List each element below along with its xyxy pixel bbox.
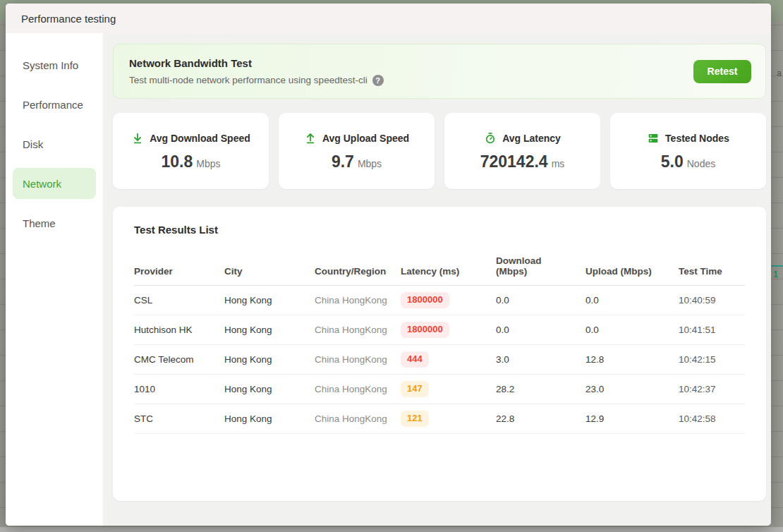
sidebar-item-label: System Info: [23, 59, 78, 71]
sidebar-item-disk[interactable]: Disk: [13, 128, 96, 159]
column-header: Latency (ms): [401, 251, 496, 286]
stat-unit: Mbps: [196, 158, 220, 169]
help-icon[interactable]: ?: [372, 75, 384, 86]
cell-upload: 0.0: [585, 286, 679, 315]
test-results-title: Test Results List: [134, 224, 745, 236]
cell-download: 0.0: [496, 315, 585, 345]
stat-label: Avg Latency: [502, 133, 561, 144]
banner-subtitle-text: Test multi-node network performance usin…: [129, 75, 368, 85]
table-row: CMC Telecom Hong Kong China HongKong 444…: [134, 345, 745, 375]
dialog-header: Performance testing: [6, 4, 771, 33]
stats-row: Avg Download Speed 10.8Mbps Avg Upload S…: [113, 113, 766, 189]
cell-download: 3.0: [496, 345, 585, 375]
sidebar-item-label: Network: [23, 178, 61, 190]
stat-card: Avg Download Speed 10.8Mbps: [113, 113, 269, 189]
cell-download: 0.0: [496, 286, 585, 315]
table-row: Hutchison HK Hong Kong China HongKong 18…: [134, 315, 745, 345]
retest-button[interactable]: Retest: [693, 60, 751, 83]
cell-country: China HongKong: [315, 345, 401, 375]
sidebar-item-label: Performance: [23, 99, 83, 111]
cell-latency: 121: [401, 404, 496, 434]
cell-city: Hong Kong: [224, 286, 315, 315]
cell-test-time: 10:42:37: [679, 375, 745, 404]
stat-card: Avg Latency 720142.4ms: [444, 113, 600, 189]
bandwidth-test-banner: Network Bandwidth Test Test multi-node n…: [113, 44, 766, 99]
performance-testing-dialog: Performance testing System Info Performa…: [6, 4, 771, 526]
cell-upload: 23.0: [585, 375, 679, 404]
latency-badge: 1800000: [401, 292, 449, 308]
column-header: Download (Mbps): [496, 251, 585, 286]
main-content: Network Bandwidth Test Test multi-node n…: [103, 33, 771, 526]
stat-card: Avg Upload Speed 9.7Mbps: [279, 113, 435, 189]
sidebar-item-network[interactable]: Network: [13, 168, 96, 199]
stat-unit: Mbps: [358, 158, 382, 169]
cell-city: Hong Kong: [224, 404, 315, 434]
sidebar-item-label: Disk: [23, 138, 43, 150]
sidebar-item-label: Theme: [23, 217, 56, 229]
cell-latency: 147: [401, 375, 496, 404]
cell-country: China HongKong: [315, 375, 401, 404]
dialog-title: Performance testing: [21, 13, 116, 25]
stat-card: Tested Nodes 5.0Nodes: [610, 113, 766, 189]
cell-test-time: 10:42:15: [679, 345, 745, 375]
cell-provider: Hutchison HK: [134, 315, 224, 345]
latency-badge: 1800000: [401, 322, 449, 337]
cell-provider: CSL: [134, 286, 224, 315]
cell-provider: CMC Telecom: [134, 345, 224, 375]
cell-upload: 0.0: [585, 315, 679, 345]
banner-text: Network Bandwidth Test Test multi-node n…: [129, 57, 384, 86]
cell-download: 22.8: [496, 404, 585, 434]
sidebar-item-performance[interactable]: Performance: [13, 89, 96, 120]
cell-test-time: 10:40:59: [679, 286, 745, 315]
sidebar-item-system-info[interactable]: System Info: [13, 49, 96, 80]
table-row: 1010 Hong Kong China HongKong 147 28.2 2…: [134, 375, 745, 404]
background-text-fragment: 1: [773, 270, 778, 279]
cell-city: Hong Kong: [224, 315, 315, 345]
background-text-fragment: a: [777, 69, 782, 78]
background-selection-line: [771, 265, 783, 267]
stat-value: 9.7: [332, 152, 354, 171]
cell-latency: 1800000: [401, 315, 496, 345]
column-header: Provider: [134, 251, 224, 286]
cell-upload: 12.8: [585, 345, 679, 375]
sidebar-item-theme[interactable]: Theme: [13, 207, 96, 238]
cell-country: China HongKong: [315, 286, 401, 315]
cell-provider: 1010: [134, 375, 224, 404]
results-table: ProviderCityCountry/RegionLatency (ms)Do…: [134, 251, 745, 434]
cell-city: Hong Kong: [224, 345, 315, 375]
dialog-body: System Info Performance Disk Network The…: [6, 33, 771, 526]
download-icon: [131, 132, 144, 145]
cell-latency: 444: [401, 345, 496, 375]
column-header: City: [224, 251, 315, 286]
nodes-icon: [647, 132, 660, 145]
latency-badge: 444: [401, 351, 429, 367]
column-header: Upload (Mbps): [585, 251, 679, 286]
stat-label: Avg Download Speed: [150, 133, 250, 144]
stat-label: Tested Nodes: [665, 133, 729, 144]
stat-unit: ms: [552, 158, 565, 169]
column-header: Country/Region: [315, 251, 401, 286]
cell-test-time: 10:41:51: [679, 315, 745, 345]
cell-country: China HongKong: [315, 315, 401, 345]
table-header-row: ProviderCityCountry/RegionLatency (ms)Do…: [134, 251, 745, 286]
background-bottom-bar: [0, 527, 783, 532]
table-row: STC Hong Kong China HongKong 121 22.8 12…: [134, 404, 745, 434]
latency-badge: 121: [401, 411, 429, 426]
latency-badge: 147: [401, 381, 429, 397]
table-row: CSL Hong Kong China HongKong 1800000 0.0…: [134, 286, 745, 315]
cell-latency: 1800000: [401, 286, 496, 315]
cell-download: 28.2: [496, 375, 585, 404]
timer-icon: [484, 132, 497, 145]
stat-label: Avg Upload Speed: [322, 133, 409, 144]
banner-title: Network Bandwidth Test: [129, 57, 384, 69]
stat-value: 10.8: [162, 152, 193, 171]
cell-country: China HongKong: [315, 404, 401, 434]
banner-subtitle: Test multi-node network performance usin…: [129, 75, 384, 86]
cell-test-time: 10:42:58: [679, 404, 745, 434]
cell-city: Hong Kong: [224, 375, 315, 404]
stat-value: 720142.4: [480, 152, 548, 171]
column-header: Test Time: [679, 251, 745, 286]
test-results-card: Test Results List ProviderCityCountry/Re…: [113, 207, 766, 501]
sidebar: System Info Performance Disk Network The…: [6, 33, 103, 526]
cell-provider: STC: [134, 404, 224, 434]
